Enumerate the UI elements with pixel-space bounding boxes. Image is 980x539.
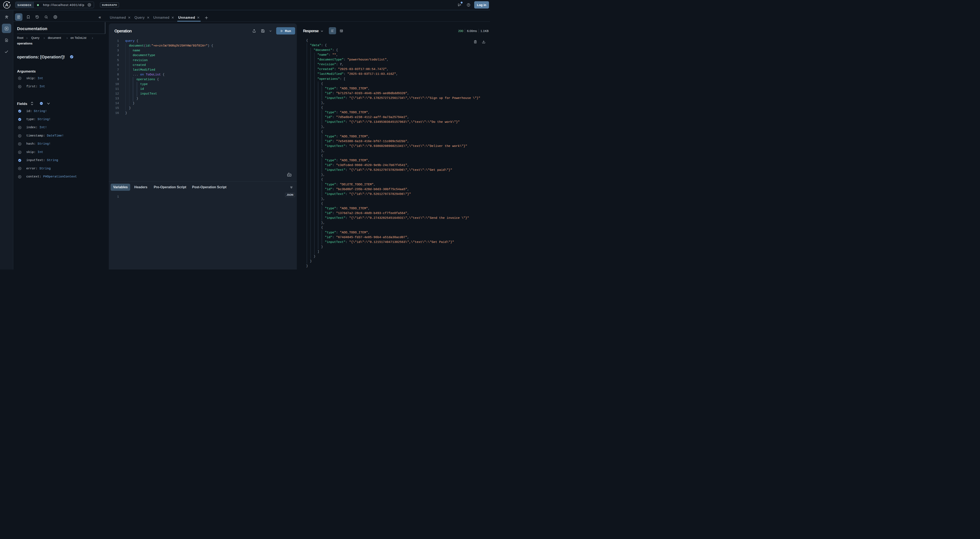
svg-text:A: A: [5, 2, 8, 8]
